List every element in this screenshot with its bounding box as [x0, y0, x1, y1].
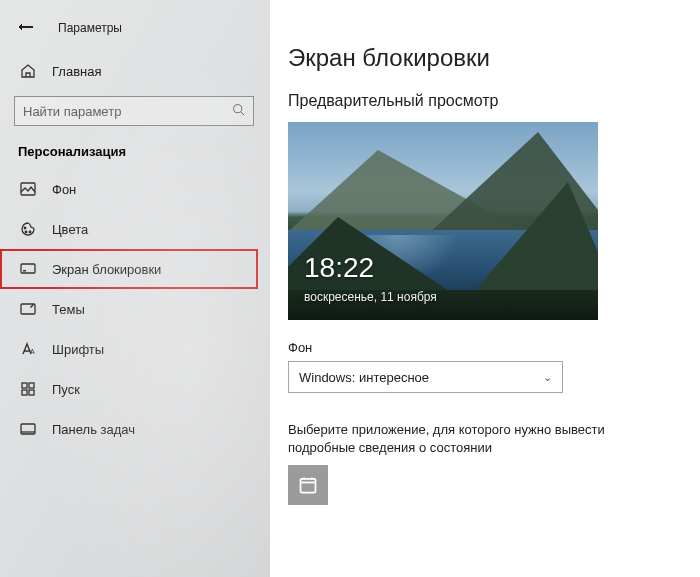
search-wrap [0, 88, 270, 138]
home-label: Главная [52, 64, 101, 79]
svg-point-0 [234, 105, 242, 113]
page-title: Экран блокировки [288, 44, 700, 72]
section-heading: Персонализация [0, 138, 270, 169]
sidebar-item-label: Экран блокировки [52, 262, 161, 277]
sidebar-item-colors[interactable]: Цвета [0, 209, 270, 249]
sidebar-item-label: Цвета [52, 222, 88, 237]
home-icon [20, 63, 36, 79]
svg-rect-7 [23, 270, 26, 272]
sidebar: 🠔 Параметры Главная Персонализация Фон Ц… [0, 0, 270, 577]
app-info-text: Выберите приложение, для которого нужно … [288, 421, 648, 457]
font-icon: A [20, 341, 36, 357]
svg-point-3 [24, 227, 26, 229]
chevron-down-icon: ⌄ [543, 371, 552, 384]
dropdown-value: Windows: интересное [299, 370, 429, 385]
theme-icon [20, 301, 36, 317]
search-input[interactable] [23, 104, 223, 119]
main-panel: Экран блокировки Предварительный просмот… [270, 0, 700, 577]
sidebar-item-label: Темы [52, 302, 85, 317]
sidebar-item-themes[interactable]: Темы [0, 289, 270, 329]
palette-icon [20, 221, 36, 237]
sidebar-item-lockscreen[interactable]: Экран блокировки [0, 249, 258, 289]
detailed-status-app-tile[interactable] [288, 465, 328, 505]
sidebar-item-home[interactable]: Главная [0, 54, 270, 88]
svg-rect-16 [301, 479, 316, 493]
preview-heading: Предварительный просмотр [288, 92, 700, 110]
preview-date: воскресенье, 11 ноября [304, 290, 437, 304]
taskbar-icon [20, 421, 36, 437]
sidebar-item-label: Панель задач [52, 422, 135, 437]
svg-rect-6 [21, 264, 35, 273]
svg-rect-11 [29, 383, 34, 388]
preview-time: 18:22 [304, 252, 374, 284]
background-dropdown[interactable]: Windows: интересное ⌄ [288, 361, 563, 393]
search-box[interactable] [14, 96, 254, 126]
svg-rect-13 [29, 390, 34, 395]
background-label: Фон [288, 340, 700, 355]
start-icon [20, 381, 36, 397]
sidebar-item-taskbar[interactable]: Панель задач [0, 409, 270, 449]
sidebar-item-background[interactable]: Фон [0, 169, 270, 209]
window-title: Параметры [58, 21, 122, 35]
sidebar-item-label: Фон [52, 182, 76, 197]
svg-line-1 [241, 112, 244, 115]
lockscreen-preview: 18:22 воскресенье, 11 ноября [288, 122, 598, 320]
sidebar-item-label: Шрифты [52, 342, 104, 357]
back-icon[interactable]: 🠔 [18, 19, 34, 37]
svg-rect-12 [22, 390, 27, 395]
sidebar-item-fonts[interactable]: A Шрифты [0, 329, 270, 369]
svg-point-4 [25, 231, 27, 233]
svg-text:A: A [30, 348, 35, 355]
title-row: 🠔 Параметры [0, 8, 270, 48]
calendar-icon [298, 475, 318, 495]
svg-rect-10 [22, 383, 27, 388]
lockscreen-icon [20, 261, 36, 277]
svg-point-5 [29, 231, 31, 233]
sidebar-item-label: Пуск [52, 382, 80, 397]
sidebar-item-start[interactable]: Пуск [0, 369, 270, 409]
search-icon [232, 103, 245, 119]
image-icon [20, 181, 36, 197]
